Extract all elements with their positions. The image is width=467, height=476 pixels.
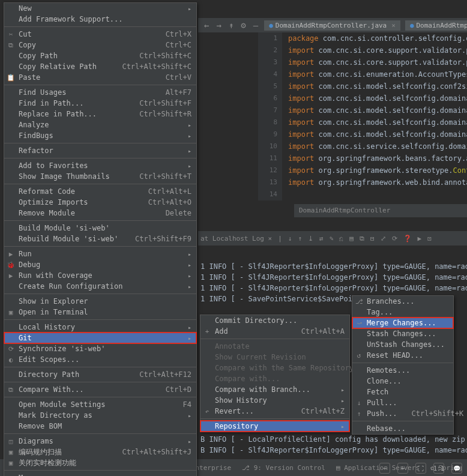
menu-item[interactable]: ⤻Merge Changes... — [352, 318, 453, 328]
toolbar-btn[interactable]: ⎌ — [339, 235, 343, 243]
log-tab-label[interactable]: at Localhost Log × — [200, 235, 272, 243]
menu-item[interactable]: ↶Revert...Ctrl+Alt+Z — [200, 406, 349, 417]
menu-item[interactable]: Optimize ImportsCtrl+Alt+O — [4, 197, 196, 208]
menu-item[interactable]: ⧉Compare With...Ctrl+D — [4, 384, 196, 395]
menu-item-icon: ⎇ — [355, 298, 363, 306]
menu-item[interactable]: UnStash Changes... — [352, 339, 453, 350]
tab-version-control[interactable]: ⎇ 9: Version Control — [242, 464, 325, 472]
menu-item[interactable]: ▣Open in Terminal — [4, 307, 196, 318]
menu-item[interactable]: Fetch — [352, 387, 453, 397]
menu-item[interactable]: Create Run Configuration — [4, 281, 196, 292]
menu-item[interactable]: Show History — [200, 395, 349, 406]
code-line: import com.cnc.si.model.selfconfig.conf2… — [288, 80, 467, 92]
tab-enterprise[interactable]: Enterprise — [191, 464, 231, 472]
menu-item[interactable]: Stash Changes... — [352, 328, 453, 339]
menu-item[interactable]: Commit Directory... — [200, 315, 349, 326]
menu-item[interactable]: Build Module 'si-web' — [4, 223, 196, 233]
menu-item[interactable]: Directory PathCtrl+Alt+F12 — [4, 369, 196, 380]
menu-item[interactable]: Remotes... — [352, 365, 453, 376]
menu-item-label: Stash Changes... — [367, 330, 436, 338]
menu-item[interactable]: Copy PathCtrl+Shift+C — [4, 50, 196, 61]
menu-item[interactable]: Rebase... — [352, 423, 453, 434]
nav-fwd-icon[interactable]: → — [215, 20, 222, 30]
menu-item: Compare with... — [200, 373, 349, 384]
toolbar-btn[interactable]: ↓ — [288, 235, 292, 243]
menu-item[interactable]: Add Framework Support... — [4, 14, 196, 25]
file-tab[interactable]: ● DomainAddRtmpController.java × — [264, 20, 400, 31]
zoom-out-icon[interactable]: − — [379, 463, 390, 474]
menu-item[interactable]: 📋PasteCtrl+V — [4, 72, 196, 83]
menu-item[interactable]: Reformat CodeCtrl+Alt+L — [4, 186, 196, 197]
menu-item[interactable]: Repository — [200, 421, 349, 432]
menu-item[interactable]: ▣关闭实时检测功能 — [4, 457, 196, 468]
submenu-arrow-icon — [173, 282, 191, 291]
toolbar-btn[interactable]: ⊡ — [427, 235, 432, 243]
menu-item[interactable]: mMaven — [4, 472, 196, 476]
menu-item[interactable]: Find in Path...Ctrl+Shift+F — [4, 98, 196, 109]
menu-item[interactable]: ◫Diagrams — [4, 436, 196, 447]
toolbar-btn[interactable]: ❓ — [403, 235, 412, 243]
toolbar-btn[interactable]: ▶ — [418, 235, 422, 243]
menu-separator — [4, 319, 196, 320]
menu-item[interactable]: ⎇Branches... — [352, 296, 453, 307]
menu-item[interactable]: Compare with Branch... — [200, 384, 349, 395]
toolbar-btn[interactable]: ✎ — [330, 235, 334, 243]
menu-item[interactable]: ▶Run with Coverage — [4, 270, 196, 281]
menu-item[interactable]: ↑Push...Ctrl+Shift+K — [352, 408, 453, 419]
nav-up-icon[interactable]: ↟ — [227, 20, 235, 30]
menu-item-icon: ↶ — [203, 408, 211, 415]
menu-item[interactable]: 🐞Debug — [4, 259, 196, 270]
menu-item[interactable]: Remove ModuleDelete — [4, 208, 196, 218]
menu-item[interactable]: New — [4, 3, 196, 14]
menu-item[interactable]: ↓Pull... — [352, 397, 453, 408]
menu-item[interactable]: Analyze — [4, 119, 196, 130]
menu-item[interactable]: Refactor — [4, 145, 196, 156]
menu-item[interactable]: Open Module SettingsF4 — [4, 399, 196, 410]
menu-separator — [4, 143, 196, 143]
menu-item[interactable]: ▶Run — [4, 249, 196, 259]
menu-item[interactable]: Local History — [4, 322, 196, 333]
menu-item[interactable]: Find UsagesAlt+F7 — [4, 87, 196, 98]
menu-item[interactable]: Show in Explorer — [4, 296, 196, 307]
file-tab[interactable]: ● DomainAddRtmpControlle — [405, 20, 467, 31]
toolbar-btn[interactable]: ⟳ — [392, 235, 397, 243]
one-to-one-icon[interactable]: 1:1 — [433, 463, 444, 474]
menu-item[interactable]: ◐Edit Scopes... — [4, 354, 196, 365]
menu-item[interactable]: Remove BOM — [4, 421, 196, 432]
toolbar-btn[interactable]: ⇄ — [319, 235, 324, 243]
menu-item[interactable]: FindBugs — [4, 130, 196, 141]
menu-item[interactable]: Copy Relative PathCtrl+Alt+Shift+C — [4, 61, 196, 72]
nav-back-icon[interactable]: ← — [203, 20, 210, 30]
toolbar-btn[interactable]: ↑ — [298, 235, 302, 243]
toolbar-btn[interactable]: ⤢ — [381, 235, 386, 243]
menu-item-label: Clone... — [367, 377, 402, 385]
menu-item[interactable]: Replace in Path...Ctrl+Shift+R — [4, 109, 196, 119]
fullscreen-icon[interactable]: ⛶ — [415, 463, 426, 474]
menu-item[interactable]: Mark Directory as — [4, 410, 196, 421]
menu-item[interactable]: Git — [4, 333, 196, 343]
menu-item[interactable]: Show Image ThumbnailsCtrl+Shift+T — [4, 171, 196, 182]
toolbar-btn[interactable]: ⧉ — [360, 235, 364, 243]
menu-item[interactable]: Tag... — [352, 307, 453, 318]
code-editor[interactable]: 1234567891011121314 package com.cnc.si.c… — [198, 32, 467, 222]
menu-item[interactable]: +AddCtrl+Alt+A — [200, 326, 349, 337]
zoom-in-icon[interactable]: + — [397, 463, 408, 474]
toolbar-btn[interactable]: ⤓ — [308, 235, 313, 243]
code-lines: package com.cnc.si.controller.selfconfig… — [288, 32, 467, 188]
menu-item[interactable]: Rebuild Module 'si-web'Ctrl+Shift+F9 — [4, 233, 196, 244]
gear-icon[interactable]: ⚙ — [240, 20, 247, 30]
toolbar-btn[interactable]: ⊟ — [370, 235, 375, 243]
menu-item[interactable]: ✂CutCtrl+X — [4, 29, 196, 40]
menu-item[interactable]: ⧉CopyCtrl+C — [4, 40, 196, 50]
close-icon[interactable]: × — [391, 22, 396, 29]
menu-item[interactable]: ▣编码规约扫描Ctrl+Alt+Shift+J — [4, 447, 196, 457]
menu-item[interactable]: ↺Reset HEAD... — [352, 350, 453, 361]
menu-item-icon: 🐞 — [7, 261, 15, 269]
menu-item[interactable]: ⟳Synchronize 'si-web' — [4, 343, 196, 354]
toolbar-btn[interactable]: ▤ — [349, 235, 354, 243]
menu-item[interactable]: Clone... — [352, 376, 453, 387]
chat-icon[interactable]: 💬 — [451, 463, 462, 474]
menu-item[interactable]: Add to Favorites — [4, 160, 196, 171]
minus-icon[interactable]: — — [252, 20, 259, 30]
breadcrumb[interactable]: DomainAddRtmpController — [294, 204, 467, 217]
